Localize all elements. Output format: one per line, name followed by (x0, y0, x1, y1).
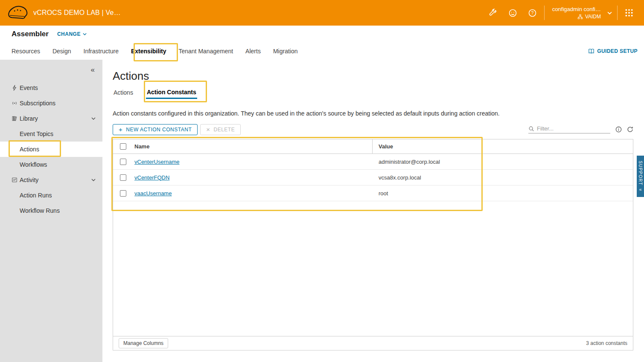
sidebar-item-activity[interactable]: Activity (0, 172, 102, 188)
sidebar-item-label: Subscriptions (20, 100, 55, 107)
guided-setup-label: GUIDED SETUP (597, 48, 638, 54)
chevron-down-icon[interactable] (91, 117, 96, 120)
column-header-value[interactable]: Value (373, 143, 633, 150)
sidebar-item-label: Actions (20, 146, 39, 153)
tab-alerts[interactable]: Alerts (245, 48, 261, 55)
delete-button[interactable]: × DELETE (200, 124, 241, 135)
tab-migration[interactable]: Migration (273, 48, 298, 55)
workspace-title: vCROCS DEMO LAB | Ve… (33, 9, 121, 17)
feedback-smiley-icon[interactable] (503, 0, 523, 26)
row-checkbox[interactable] (120, 159, 126, 165)
change-label: CHANGE (57, 31, 81, 37)
organization-icon (577, 14, 583, 20)
action-constant-link[interactable]: vCenterFQDN (134, 174, 169, 181)
page-title: Actions (113, 69, 633, 83)
subscriptions-icon (12, 100, 20, 106)
action-constant-value: administrator@corp.local (373, 159, 633, 165)
row-checkbox[interactable] (120, 174, 126, 181)
guided-setup-button[interactable]: GUIDED SETUP (588, 48, 638, 55)
table-row: vCenterUsername administrator@corp.local (113, 154, 633, 170)
sidebar-item-subscriptions[interactable]: Subscriptions (0, 96, 102, 111)
select-all-checkbox[interactable] (120, 143, 126, 150)
filter-box (528, 125, 610, 133)
help-icon[interactable]: ? (523, 0, 542, 26)
support-panel-tab[interactable]: SUPPORT « (637, 156, 644, 197)
row-checkbox[interactable] (120, 190, 126, 197)
tab-action-constants[interactable]: Action Constants (146, 86, 197, 99)
sidebar-item-workflow-runs[interactable]: Workflow Runs (0, 203, 102, 218)
search-icon (528, 126, 534, 132)
main-content: Actions Actions Action Constants Action … (102, 60, 644, 362)
chevron-down-icon[interactable] (91, 179, 96, 181)
close-icon: × (206, 126, 210, 133)
activity-icon (12, 177, 20, 183)
sidebar-item-label: Action Runs (20, 192, 52, 199)
sidebar-item-label: Library (20, 115, 38, 122)
sidebar-collapse-button[interactable]: « (0, 60, 102, 80)
table-row: vaacUsername root (113, 185, 633, 201)
table-row: vCenterFQDN vcsa8x.corp.local (113, 170, 633, 185)
org-name: VAIDM (585, 14, 601, 20)
svg-text:?: ? (531, 10, 534, 15)
change-service-button[interactable]: CHANGE (57, 31, 87, 37)
sidebar-item-action-runs[interactable]: Action Runs (0, 188, 102, 203)
topbar-divider (544, 6, 545, 20)
manage-columns-button[interactable]: Manage Columns (119, 338, 168, 348)
tab-tenant-management[interactable]: Tenant Management (178, 48, 233, 55)
sidebar-item-library[interactable]: Library (0, 111, 102, 126)
tab-design[interactable]: Design (52, 48, 71, 55)
action-constant-value: root (373, 190, 633, 197)
service-bar: Assembler CHANGE (0, 26, 644, 43)
table-header-row: Name Value (113, 139, 633, 154)
user-name: configadmin confi… (552, 6, 601, 12)
row-count-label: 3 action constants (586, 340, 627, 346)
service-name: Assembler (12, 30, 49, 38)
new-action-constant-button[interactable]: + NEW ACTION CONSTANT (113, 124, 198, 135)
sidebar-item-event-topics[interactable]: Event Topics (0, 126, 102, 142)
book-icon (588, 48, 594, 55)
action-constant-link[interactable]: vaacUsername (134, 190, 172, 197)
action-constant-link[interactable]: vCenterUsername (134, 159, 180, 165)
top-header-bar: vCROCS DEMO LAB | Ve… ? configadmin conf… (0, 0, 644, 26)
user-menu[interactable]: configadmin confi… VAIDM (552, 6, 601, 20)
library-icon (12, 116, 20, 122)
app-launcher-icon[interactable] (619, 0, 639, 26)
action-constant-value: vcsa8x.corp.local (373, 174, 633, 181)
subtabs: Actions Action Constants (113, 86, 633, 99)
tab-resources[interactable]: Resources (12, 48, 40, 55)
sidebar-item-label: Event Topics (20, 130, 53, 137)
delete-label: DELETE (213, 127, 235, 133)
chevron-down-icon (83, 33, 87, 35)
user-menu-chevron-down-icon[interactable] (603, 0, 615, 26)
topbar-divider (617, 6, 618, 20)
action-constants-table: Name Value vCenterUsername administrator… (113, 139, 633, 350)
filter-input[interactable] (537, 125, 610, 132)
sidebar-item-label: Workflow Runs (20, 207, 60, 214)
sidebar-item-events[interactable]: Events (0, 80, 102, 96)
events-icon (12, 85, 20, 91)
table-footer: Manage Columns 3 action constants (113, 336, 633, 350)
sidebar-item-label: Activity (20, 177, 38, 183)
tab-actions[interactable]: Actions (113, 86, 134, 99)
collapse-left-icon: « (91, 66, 95, 74)
new-action-constant-label: NEW ACTION CONSTANT (126, 127, 192, 133)
expand-left-icon: « (639, 187, 641, 192)
sidebar-item-workflows[interactable]: Workflows (0, 157, 102, 172)
crocs-logo-icon (7, 3, 29, 23)
plus-icon: + (119, 126, 122, 133)
tab-infrastructure[interactable]: Infrastructure (84, 48, 119, 55)
refresh-icon[interactable] (627, 126, 633, 133)
page-description: Action constants configured in this orga… (113, 109, 633, 118)
sidebar-item-label: Workflows (20, 161, 47, 168)
primary-navigation: Resources Design Infrastructure Extensib… (0, 43, 644, 60)
developer-tools-icon[interactable] (484, 0, 503, 26)
support-label: SUPPORT (638, 161, 643, 185)
sidebar-item-label: Events (20, 84, 38, 91)
sidebar: « Events Subscriptions (0, 60, 102, 362)
tab-extensibility[interactable]: Extensibility (131, 48, 166, 55)
column-header-name[interactable]: Name (133, 139, 373, 153)
info-icon[interactable] (615, 126, 622, 133)
sidebar-item-actions[interactable]: Actions (0, 142, 102, 157)
table-toolbar: + NEW ACTION CONSTANT × DELETE (113, 124, 633, 135)
